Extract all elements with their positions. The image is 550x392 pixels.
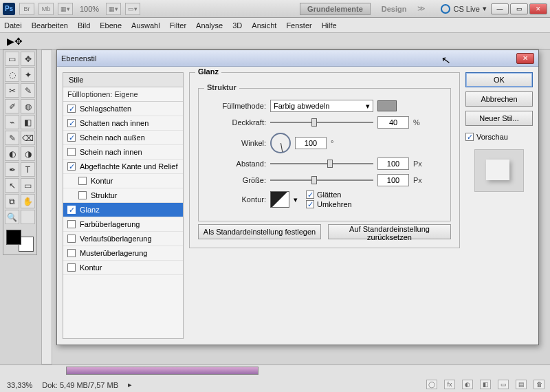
tool-button[interactable]: T — [21, 162, 35, 177]
angle-input[interactable]: 100 — [295, 137, 327, 149]
status-icon[interactable]: ▤ — [516, 380, 527, 389]
tool-button[interactable]: ◐ — [5, 146, 19, 161]
checkbox-icon[interactable] — [67, 249, 76, 257]
style-row[interactable]: ✓Abgeflachte Kante und Relief — [63, 160, 183, 174]
status-icon[interactable]: ◐ — [462, 380, 473, 389]
menu-item[interactable]: Datei — [4, 21, 22, 30]
style-row[interactable]: Verlaufsüberlagerung — [63, 232, 183, 246]
status-zoom[interactable]: 33,33% — [7, 381, 32, 389]
contour-picker[interactable] — [270, 191, 289, 208]
window-maximize-button[interactable]: ▭ — [510, 3, 528, 14]
chevron-down-icon[interactable]: ▾ — [294, 195, 298, 204]
ok-button[interactable]: OK — [465, 72, 533, 87]
menu-item[interactable]: Hilfe — [322, 21, 337, 30]
styles-header[interactable]: Stile — [63, 73, 183, 87]
checkbox-icon[interactable] — [67, 235, 76, 243]
invert-checkbox[interactable]: ✓Umkehren — [306, 200, 352, 208]
tool-button[interactable]: ✐ — [5, 99, 19, 113]
toolbar-slot[interactable]: Br — [19, 3, 34, 15]
opacity-input[interactable]: 40 — [377, 116, 409, 129]
checkbox-icon[interactable] — [78, 191, 87, 199]
distance-slider[interactable] — [270, 159, 373, 168]
tool-button[interactable] — [21, 210, 35, 224]
color-swatches[interactable] — [5, 228, 35, 253]
more-icon[interactable]: ≫ — [417, 4, 426, 13]
style-row[interactable]: ✓Schlagschatten — [63, 102, 183, 116]
menu-item[interactable]: 3D — [232, 21, 242, 30]
window-minimize-button[interactable]: — — [491, 3, 509, 14]
move-tool-icon[interactable]: ▶✥ — [7, 36, 23, 47]
tool-button[interactable]: ↖ — [5, 178, 19, 193]
window-close-button[interactable]: ✕ — [529, 3, 547, 14]
tool-button[interactable]: ✥ — [21, 52, 35, 66]
opacity-slider[interactable] — [270, 118, 373, 127]
menu-item[interactable]: Analyse — [196, 21, 223, 30]
menu-item[interactable]: Auswahl — [131, 21, 160, 30]
style-row[interactable]: Schein nach innen — [63, 145, 183, 160]
checkbox-icon[interactable]: ✓ — [67, 206, 76, 214]
checkbox-icon[interactable] — [78, 177, 87, 185]
checkbox-icon[interactable]: ✓ — [67, 105, 76, 113]
cancel-button[interactable]: Abbrechen — [465, 91, 533, 107]
status-icon[interactable]: fx — [444, 380, 455, 389]
menu-item[interactable]: Filter — [170, 21, 186, 30]
tool-button[interactable]: 🔍 — [5, 210, 19, 224]
menu-item[interactable]: Bearbeiten — [32, 21, 68, 30]
color-swatch[interactable] — [377, 100, 397, 111]
toolbar-slot[interactable]: ▦▾ — [106, 3, 121, 15]
foreground-swatch[interactable] — [6, 230, 21, 245]
tool-button[interactable]: ◍ — [21, 99, 35, 113]
tool-button[interactable]: ⌫ — [21, 131, 35, 145]
angle-dial[interactable] — [270, 133, 291, 153]
menu-item[interactable]: Bild — [78, 21, 90, 30]
tool-button[interactable]: ✂ — [5, 83, 19, 98]
blend-mode-select[interactable]: Farbig abwedeln ▾ — [270, 100, 373, 112]
status-icon[interactable]: ◯ — [426, 380, 437, 389]
menu-item[interactable]: Ebene — [100, 21, 122, 30]
size-slider[interactable] — [270, 175, 373, 185]
tool-button[interactable]: ⧉ — [5, 194, 19, 208]
tool-button[interactable]: ✎ — [5, 131, 19, 145]
menu-item[interactable]: Ansicht — [252, 21, 276, 30]
style-row[interactable]: Musterüberlagerung — [63, 246, 183, 261]
toolbar-slot[interactable]: ▭▾ — [125, 3, 140, 15]
tool-button[interactable]: ◧ — [21, 115, 35, 129]
status-icon[interactable]: ▭ — [498, 380, 509, 389]
tool-button[interactable]: ⌁ — [5, 115, 19, 129]
dialog-close-button[interactable]: ✕ — [516, 53, 534, 64]
toolbar-slot[interactable]: ▦▾ — [58, 3, 73, 15]
status-icon[interactable]: ◧ — [480, 380, 491, 389]
cs-live-button[interactable]: CS Live ▾ — [441, 4, 487, 14]
preview-checkbox[interactable]: ✓Vorschau — [465, 133, 533, 141]
new-style-button[interactable]: Neuer Stil... — [465, 111, 533, 126]
tool-button[interactable]: ◑ — [21, 146, 35, 161]
distance-input[interactable]: 100 — [377, 157, 409, 170]
checkbox-icon[interactable]: ✓ — [67, 162, 76, 171]
workspace-tab-grundelemente[interactable]: Grundelemente — [300, 3, 371, 15]
status-icon[interactable]: 🗑 — [534, 380, 544, 389]
style-row[interactable]: ✓Schatten nach innen — [63, 116, 183, 131]
tool-button[interactable]: ◌ — [5, 67, 19, 82]
checkbox-icon[interactable] — [67, 220, 76, 228]
workspace-tab-design[interactable]: Design — [375, 3, 414, 15]
checkbox-icon[interactable] — [67, 148, 76, 156]
status-doc[interactable]: Dok: 5,49 MB/7,57 MB — [42, 381, 118, 389]
dialog-titlebar[interactable]: Ebenenstil ✕ — [57, 50, 538, 67]
size-input[interactable]: 100 — [377, 174, 409, 186]
checkbox-icon[interactable]: ✓ — [67, 119, 76, 127]
tool-button[interactable]: ✎ — [21, 83, 35, 98]
style-row[interactable]: ✓Schein nach außen — [63, 131, 183, 145]
chevron-right-icon[interactable]: ▸ — [128, 380, 132, 389]
reset-default-button[interactable]: Auf Standardeinstellung zurücksetzen — [328, 224, 451, 239]
style-row[interactable]: Farbüberlagerung — [63, 217, 183, 232]
menu-item[interactable]: Fenster — [286, 21, 311, 30]
antialias-checkbox[interactable]: ✓Glätten — [306, 190, 352, 199]
checkbox-icon[interactable] — [67, 263, 76, 272]
make-default-button[interactable]: Als Standardeinstellung festlegen — [198, 224, 321, 239]
tool-button[interactable]: ▭ — [5, 52, 19, 66]
style-row[interactable]: Kontur — [63, 174, 183, 188]
fill-options[interactable]: Füllloptionen: Eigene — [63, 87, 183, 102]
style-row[interactable]: Kontur — [63, 261, 183, 275]
tool-button[interactable]: ✒ — [5, 162, 19, 177]
tool-button[interactable]: ✦ — [21, 67, 35, 82]
